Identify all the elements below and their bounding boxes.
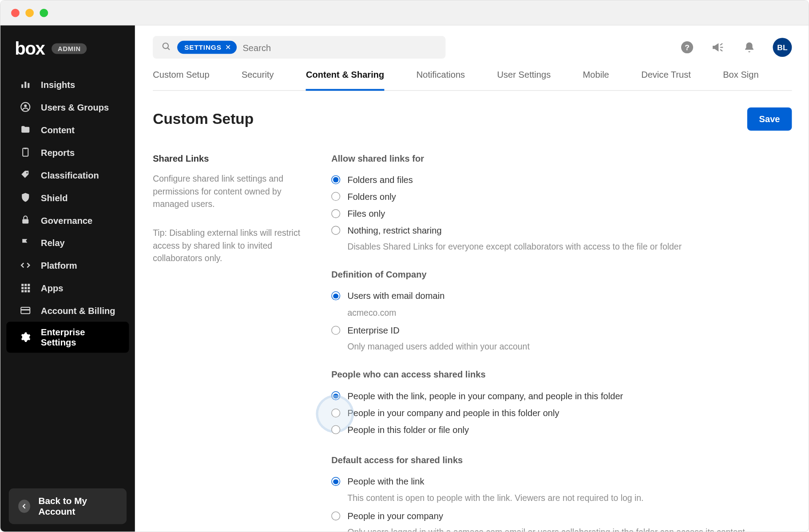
tab-security[interactable]: Security	[242, 66, 274, 91]
window-zoom-icon[interactable]	[40, 8, 48, 17]
avatar[interactable]: BL	[773, 38, 792, 57]
window-close-icon[interactable]	[11, 8, 20, 17]
sidebar-item-content[interactable]: Content	[6, 118, 129, 141]
svg-text:?: ?	[685, 43, 690, 52]
sidebar-item-label: Users & Groups	[41, 102, 109, 112]
sidebar-item-account-billing[interactable]: Account & Billing	[6, 299, 129, 322]
svg-rect-10	[24, 284, 27, 286]
sidebar-item-label: Apps	[41, 283, 63, 293]
close-icon[interactable]: ✕	[225, 43, 231, 52]
svg-rect-19	[21, 309, 30, 310]
sidebar-item-enterprise-settings[interactable]: Enterprise Settings	[6, 322, 129, 353]
svg-point-7	[26, 172, 28, 174]
window-minimize-icon[interactable]	[25, 8, 34, 17]
svg-point-4	[24, 104, 27, 107]
tab-user-settings[interactable]: User Settings	[497, 66, 551, 91]
tab-device-trust[interactable]: Device Trust	[641, 66, 691, 91]
tab-notifications[interactable]: Notifications	[416, 66, 465, 91]
search-chip-label: SETTINGS	[184, 44, 221, 51]
group-default-access: Default access for shared links People w…	[331, 455, 792, 532]
sidebar-item-reports[interactable]: Reports	[6, 141, 129, 163]
sidebar-item-classification[interactable]: Classification	[6, 163, 129, 186]
radio-label: Users with email domain	[347, 290, 444, 302]
toolbar-actions: ? BL	[680, 38, 792, 57]
radio-email-domain[interactable]: Users with email domain	[331, 288, 792, 305]
radio-icon	[331, 477, 340, 486]
search-filter-chip[interactable]: SETTINGS ✕	[177, 41, 237, 54]
sidebar-item-label: Content	[41, 124, 75, 135]
shield-icon	[20, 191, 32, 203]
radio-icon	[331, 326, 340, 335]
radio-icon	[331, 392, 340, 401]
radio-icon	[331, 192, 340, 201]
svg-rect-9	[21, 284, 24, 286]
help-icon[interactable]: ?	[680, 40, 694, 55]
sidebar-item-users-groups[interactable]: Users & Groups	[6, 95, 129, 118]
radio-label: People in this folder or file only	[347, 424, 469, 436]
section-title: Shared Links	[153, 153, 307, 163]
svg-rect-8	[22, 219, 28, 223]
group-allow-shared-links: Allow shared links for Folders and files…	[331, 153, 792, 253]
radio-label: Nothing, restrict sharing	[347, 225, 441, 237]
radio-default-people-company[interactable]: People in your company	[331, 508, 792, 525]
radio-people-link-company-folder[interactable]: People with the link, people in your com…	[331, 388, 792, 405]
sidebar-header: box ADMIN	[0, 25, 135, 69]
settings-tabs: Custom Setup Security Content & Sharing …	[153, 66, 792, 91]
svg-rect-14	[28, 287, 30, 289]
radio-folders-and-files[interactable]: Folders and files	[331, 172, 792, 189]
radio-sublabel: This content is open to people with the …	[347, 492, 792, 504]
svg-rect-15	[21, 290, 24, 292]
radio-icon	[331, 292, 340, 301]
megaphone-icon[interactable]	[711, 40, 725, 55]
radio-people-company-folder[interactable]: People in your company and people in thi…	[331, 405, 792, 422]
sidebar-item-label: Account & Billing	[41, 306, 115, 316]
svg-rect-16	[24, 290, 27, 292]
tab-box-sign[interactable]: Box Sign	[723, 66, 758, 91]
radio-label: Folders and files	[347, 174, 412, 186]
radio-people-folder-file[interactable]: People in this folder or file only	[331, 422, 792, 439]
sidebar-item-label: Classification	[41, 170, 99, 180]
sidebar-item-label: Platform	[41, 260, 77, 270]
svg-rect-0	[21, 84, 23, 88]
radio-default-people-link[interactable]: People with the link	[331, 473, 792, 490]
radio-icon	[331, 425, 340, 434]
tab-content-sharing[interactable]: Content & Sharing	[306, 66, 384, 91]
sidebar-item-label: Shield	[41, 192, 67, 202]
radio-label: People in your company and people in thi…	[347, 407, 559, 419]
sidebar-item-platform[interactable]: Platform	[6, 254, 129, 277]
radio-nothing-restrict[interactable]: Nothing, restrict sharing	[331, 222, 792, 239]
save-button[interactable]: Save	[747, 107, 792, 131]
radio-icon	[331, 175, 340, 184]
tab-mobile[interactable]: Mobile	[583, 66, 609, 91]
search-input[interactable]	[242, 42, 437, 52]
radio-sublabel: acmeco.com	[347, 306, 792, 318]
radio-label: People in your company	[347, 510, 443, 522]
sidebar-item-label: Relay	[41, 238, 65, 248]
flag-icon	[20, 237, 32, 249]
sidebar-item-apps[interactable]: Apps	[6, 277, 129, 299]
settings-form: Allow shared links for Folders and files…	[331, 153, 792, 532]
radio-sublabel: Only users logged in with a acmeco.com e…	[347, 526, 792, 532]
svg-rect-5	[23, 148, 28, 156]
group-heading: Default access for shared links	[331, 455, 792, 465]
sidebar-item-label: Enterprise Settings	[41, 327, 121, 348]
radio-files-only[interactable]: Files only	[331, 206, 792, 222]
sidebar-item-governance[interactable]: Governance	[6, 209, 129, 231]
svg-point-20	[163, 43, 168, 48]
page-header: Custom Setup Save	[153, 91, 792, 137]
radio-folders-only[interactable]: Folders only	[331, 189, 792, 206]
sidebar-item-label: Governance	[41, 215, 92, 225]
radio-icon	[331, 209, 340, 218]
sidebar-item-insights[interactable]: Insights	[6, 73, 129, 95]
search-box[interactable]: SETTINGS ✕	[153, 36, 445, 59]
bell-icon[interactable]	[742, 40, 756, 55]
bar-chart-icon	[20, 79, 32, 91]
radio-enterprise-id[interactable]: Enterprise ID	[331, 322, 792, 339]
sidebar-item-relay[interactable]: Relay	[6, 231, 129, 254]
credit-card-icon	[20, 305, 32, 317]
back-to-account-button[interactable]: Back to My Account	[9, 488, 127, 524]
sidebar-item-shield[interactable]: Shield	[6, 186, 129, 209]
gear-icon	[20, 331, 32, 343]
user-circle-icon	[20, 101, 32, 113]
tab-custom-setup[interactable]: Custom Setup	[153, 66, 209, 91]
